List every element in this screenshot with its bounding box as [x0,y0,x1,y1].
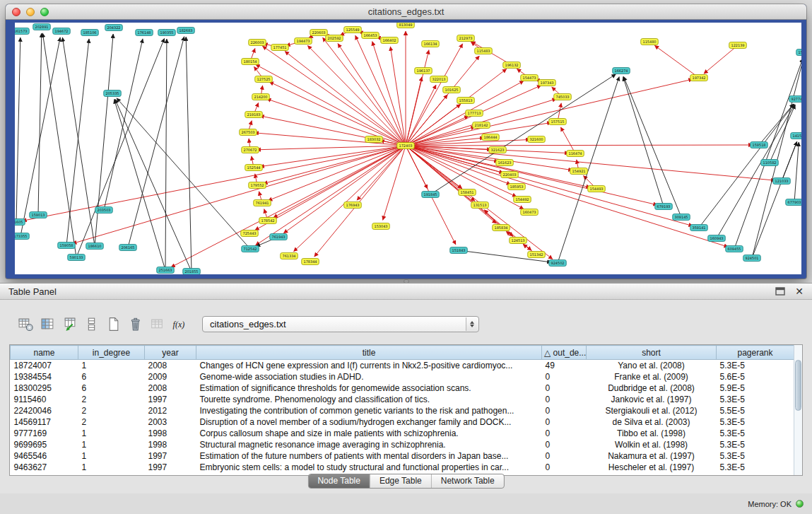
column-header-year[interactable]: year [145,346,196,360]
graph-node[interactable]: 712542 [242,246,259,252]
graph-node[interactable]: 725443 [241,230,259,237]
graph-node[interactable]: 251663 [157,267,175,274]
graph-node[interactable]: 194672 [53,28,71,35]
graph-node[interactable]: 177451 [271,45,289,51]
graph-node[interactable]: 166274 [613,68,630,74]
graph-node[interactable]: 267503 [240,129,257,136]
graph-node[interactable]: 176148 [136,30,153,36]
graph-node[interactable]: 116474 [567,151,584,157]
graph-node[interactable]: 158451 [459,189,476,196]
graph-node[interactable]: 309145 [673,214,690,221]
graph-node[interactable]: 924501 [743,255,761,262]
graph-edge[interactable] [759,104,794,145]
graph-edge[interactable] [558,77,619,264]
graph-node[interactable]: 196132 [503,62,521,69]
import-table-icon[interactable] [61,315,81,333]
graph-node[interactable]: 321623 [489,147,507,153]
graph-edge[interactable] [406,145,753,146]
graph-node[interactable]: 159013 [30,212,47,218]
graph-edge[interactable] [268,146,406,201]
graph-node[interactable]: 205335 [104,90,122,97]
tab-edge-table[interactable]: Edge Table [370,474,431,488]
graph-node[interactable]: 761941 [254,200,271,206]
graph-node[interactable]: 220403 [501,172,519,178]
table-row[interactable]: 977716911998Corpus callosum shape and si… [11,428,794,439]
graph-node[interactable]: 160943 [708,235,726,242]
graph-node[interactable]: 154473 [521,75,539,81]
graph-edge[interactable] [38,33,42,215]
graph-node[interactable]: 179552 [249,182,266,189]
graph-edge[interactable] [264,146,406,184]
graph-edge[interactable] [704,45,738,74]
graph-node[interactable]: 124513 [510,238,527,244]
graph-edge[interactable] [717,105,795,238]
close-panel-icon[interactable]: ✕ [795,286,804,296]
table-scrollbar[interactable] [794,345,802,475]
graph-edge[interactable] [186,37,192,271]
graph-node[interactable]: 218142 [473,122,490,129]
graph-node[interactable]: 121033 [773,178,791,185]
graph-node[interactable]: 203503 [95,207,113,214]
graph-node[interactable]: 125549 [344,27,362,33]
graph-edge[interactable] [20,37,60,236]
graph-node[interactable]: 204322 [105,25,123,31]
graph-node[interactable]: 122139 [729,42,747,49]
graph-edge[interactable] [73,146,406,244]
graph-node[interactable]: 180154 [242,59,259,65]
graph-edge[interactable] [406,146,693,226]
graph-node[interactable]: 186444 [482,134,500,141]
graph-edge[interactable] [406,146,657,205]
graph-node[interactable]: 160473 [521,209,539,216]
column-header-out_degree[interactable]: △ out_de... [542,346,587,360]
graph-node[interactable]: 194473 [295,38,312,45]
graph-node[interactable]: 186610 [86,243,104,250]
graph-edge[interactable] [654,45,699,78]
column-header-short[interactable]: short [587,346,717,360]
table-row[interactable]: 946554611997Estimation of the future num… [11,450,794,462]
graph-node[interactable]: 154921 [570,168,588,175]
graph-node[interactable]: 322013 [430,76,448,83]
graph-node[interactable]: 115480 [641,39,659,45]
close-window-button[interactable] [12,8,20,16]
graph-node[interactable]: 153043 [372,223,390,230]
graph-edge[interactable] [406,85,436,146]
graph-node[interactable]: 590133 [68,255,86,261]
graph-node[interactable]: 131513 [471,202,489,209]
graph-edge[interactable] [255,146,406,230]
table-row[interactable]: 969969511998Structural magnetic resonanc… [11,439,794,450]
tab-node-table[interactable]: Node Table [308,474,370,488]
graph-node[interactable]: 201855 [183,269,201,275]
graph-node[interactable]: 178542 [259,218,277,224]
graph-node[interactable]: 251605 [15,219,25,226]
graph-node[interactable]: 154492 [514,197,531,203]
graph-node[interactable]: 151843 [450,247,468,254]
graph-hub-node[interactable]: 172403 [397,143,415,149]
graph-node[interactable]: 761334 [281,253,298,259]
delete-column-icon[interactable] [148,315,168,333]
graph-node[interactable]: 924502 [549,260,567,267]
graph-edge[interactable] [734,59,801,250]
graph-node[interactable]: 226003 [249,40,266,46]
graph-edge[interactable] [267,99,406,146]
graph-node[interactable]: 206165 [119,245,137,251]
graph-node[interactable]: 161573 [15,28,29,35]
graph-edge[interactable] [76,38,165,257]
graph-edge[interactable] [794,142,799,202]
graph-edge[interactable] [171,146,406,267]
graph-edge[interactable] [390,47,406,146]
graph-node[interactable]: 761943 [270,234,288,240]
graph-edge[interactable] [256,64,406,146]
float-panel-icon[interactable] [775,287,785,296]
graph-node[interactable]: 190355 [158,30,176,36]
graph-node[interactable]: 197343 [539,80,556,86]
new-table-icon[interactable] [105,315,124,333]
graph-edge[interactable] [623,77,664,206]
graph-node[interactable]: 173355 [15,233,29,240]
graph-edge[interactable] [307,45,406,146]
graph-node[interactable]: 159342 [796,49,801,56]
tab-network-table[interactable]: Network Table [431,474,504,488]
table-row[interactable]: 911546021997Tourette syndrome. Phenomeno… [11,394,794,405]
dropdown-stepper-icon[interactable] [466,317,478,331]
graph-node[interactable]: 166402 [381,37,399,44]
graph-node[interactable]: 609455 [726,246,743,252]
